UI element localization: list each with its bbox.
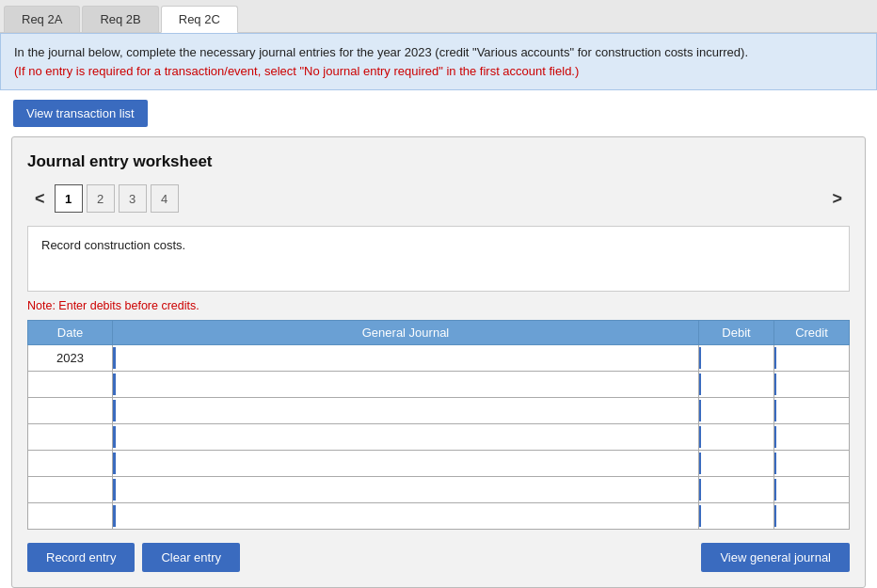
tab-req2a[interactable]: Req 2A [4,6,80,32]
debit-cell-1[interactable] [699,345,774,372]
journal-input-1[interactable] [113,345,698,371]
date-cell-7 [28,503,113,530]
col-header-journal: General Journal [113,321,699,345]
date-cell-2 [28,372,113,398]
credit-cell-7[interactable] [774,503,850,530]
debit-cell-7[interactable] [699,503,774,530]
date-cell-4 [28,424,113,451]
debit-input-1[interactable] [699,345,773,371]
table-row [28,503,850,530]
credit-input-7[interactable] [774,503,849,529]
debit-cell-4[interactable] [699,424,774,451]
table-row: 2023 [28,345,850,372]
record-entry-button[interactable]: Record entry [27,543,135,572]
date-cell-5 [28,451,113,477]
page-3[interactable]: 3 [119,184,147,213]
debit-cell-3[interactable] [699,398,774,424]
prev-page-button[interactable]: < [27,187,53,211]
credit-input-6[interactable] [774,477,849,502]
journal-cell-2[interactable] [113,372,699,398]
credit-input-4[interactable] [774,424,849,450]
page-1[interactable]: 1 [55,184,83,213]
view-general-journal-button[interactable]: View general journal [701,543,850,572]
journal-cell-6[interactable] [113,477,699,503]
bottom-buttons: Record entry Clear entry View general jo… [27,543,850,572]
credit-input-5[interactable] [774,451,849,476]
info-banner: In the journal below, complete the neces… [0,33,877,90]
page-4[interactable]: 4 [151,184,179,213]
debit-cell-5[interactable] [699,451,774,477]
debit-input-7[interactable] [699,503,773,529]
journal-cell-1[interactable] [113,345,699,372]
journal-input-7[interactable] [113,503,698,529]
journal-card: Journal entry worksheet < 1 2 3 4 > Reco… [11,136,866,588]
view-transaction-button[interactable]: View transaction list [13,100,148,127]
note-text: Note: Enter debits before credits. [27,299,850,312]
table-row [28,477,850,503]
journal-table: Date General Journal Debit Credit 2023 [27,320,850,530]
debit-cell-2[interactable] [699,372,774,398]
credit-cell-1[interactable] [774,345,850,372]
info-main-text: In the journal below, complete the neces… [14,45,748,59]
debit-input-2[interactable] [699,372,773,397]
table-row [28,451,850,477]
col-header-credit: Credit [774,321,850,345]
description-box: Record construction costs. [27,226,850,292]
journal-cell-7[interactable] [113,503,699,530]
credit-input-2[interactable] [774,372,849,397]
journal-cell-4[interactable] [113,424,699,451]
journal-cell-3[interactable] [113,398,699,424]
col-header-date: Date [28,321,113,345]
credit-cell-4[interactable] [774,424,850,451]
credit-cell-6[interactable] [774,477,850,503]
credit-cell-5[interactable] [774,451,850,477]
debit-input-3[interactable] [699,398,773,423]
view-transaction-bar: View transaction list [0,90,877,136]
date-cell-6 [28,477,113,503]
page-2[interactable]: 2 [87,184,115,213]
table-row [28,424,850,451]
clear-entry-button[interactable]: Clear entry [142,543,240,572]
journal-input-3[interactable] [113,398,698,423]
next-page-button[interactable]: > [824,187,850,211]
card-title: Journal entry worksheet [27,152,850,171]
credit-cell-2[interactable] [774,372,850,398]
debit-input-6[interactable] [699,477,773,502]
col-header-debit: Debit [699,321,774,345]
journal-input-4[interactable] [113,424,698,450]
tab-req2b[interactable]: Req 2B [82,6,158,32]
journal-input-6[interactable] [113,477,698,502]
credit-cell-3[interactable] [774,398,850,424]
debit-input-4[interactable] [699,424,773,450]
journal-input-2[interactable] [113,372,698,397]
credit-input-1[interactable] [774,345,849,371]
journal-input-5[interactable] [113,451,698,476]
info-sub-text: (If no entry is required for a transacti… [14,64,579,78]
table-row [28,398,850,424]
journal-cell-5[interactable] [113,451,699,477]
debit-cell-6[interactable] [699,477,774,503]
date-cell-3 [28,398,113,424]
table-row [28,372,850,398]
pagination: < 1 2 3 4 > [27,184,850,213]
tabs-bar: Req 2A Req 2B Req 2C [0,0,877,33]
tab-req2c[interactable]: Req 2C [161,6,238,33]
debit-input-5[interactable] [699,451,773,476]
credit-input-3[interactable] [774,398,849,423]
description-text: Record construction costs. [41,238,185,252]
date-cell-1: 2023 [28,345,113,372]
